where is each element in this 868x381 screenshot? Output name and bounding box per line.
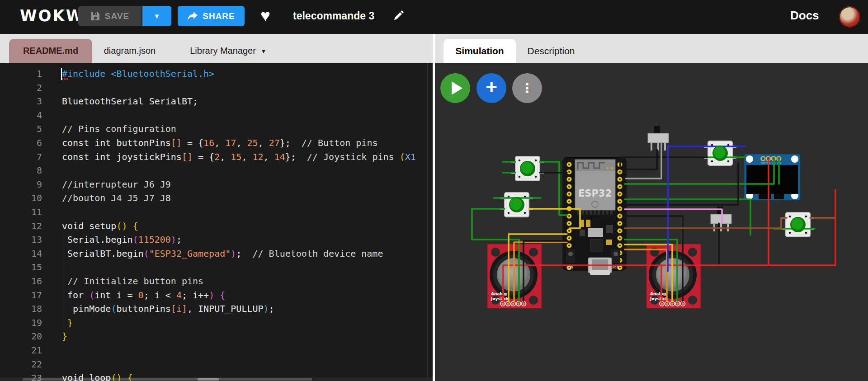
slide-switch-1[interactable] — [648, 126, 669, 151]
add-component-button[interactable]: + — [476, 73, 506, 103]
code-text: pinMode(buttonPins[i], INPUT_PULLUP); — [62, 302, 274, 316]
favorite-button[interactable]: ♥ — [260, 5, 270, 27]
code-line[interactable] — [0, 343, 433, 357]
share-label: SHARE — [203, 11, 235, 21]
svg-text:Joystick: Joystick — [650, 296, 668, 301]
code-text: BluetoothSerial SerialBT; — [62, 94, 198, 108]
save-button[interactable]: SAVE — [78, 6, 142, 26]
code-line[interactable] — [0, 357, 433, 372]
code-editor[interactable]: 1#include <BluetoothSerial.h>23Bluetooth… — [0, 63, 433, 381]
heart-icon: ♥ — [260, 6, 270, 25]
file-tab-label: diagram.json — [104, 46, 156, 56]
code-line[interactable]: Serial.begin(115200); — [0, 233, 433, 247]
code-text: } — [62, 316, 73, 330]
circuit-diagram[interactable]: AnalogJoystickAnalogJoystickESP32ENBootG… — [435, 63, 868, 381]
svg-text:Joystick: Joystick — [491, 296, 509, 301]
code-line[interactable]: //interrupteur J6 J9 — [0, 178, 433, 192]
pushbutton-cap[interactable] — [712, 146, 728, 161]
kebab-menu-icon: ⋮ — [520, 81, 534, 95]
pushbutton-cap[interactable] — [509, 197, 524, 212]
code-line[interactable]: const int joystickPins[] = {2, 15, 12, 1… — [0, 150, 433, 164]
edit-title-button[interactable] — [392, 9, 405, 23]
code-text: Serial.begin(115200); — [62, 233, 182, 247]
code-line[interactable]: } — [0, 329, 433, 343]
wire[interactable] — [626, 150, 657, 169]
code-line[interactable]: pinMode(buttonPins[i], INPUT_PULLUP); — [0, 302, 433, 316]
wire[interactable] — [626, 143, 661, 179]
wire[interactable] — [625, 218, 787, 228]
docs-link[interactable]: Docs — [790, 9, 819, 23]
save-button-group: SAVE ▼ — [78, 6, 171, 26]
esp32-label: ESP32 — [578, 188, 612, 199]
code-line[interactable]: for (int i = 0; i < 4; i++) { — [0, 288, 433, 302]
file-tab-diagram-json[interactable]: diagram.json — [97, 39, 163, 63]
play-button[interactable] — [440, 73, 470, 103]
wire[interactable] — [620, 157, 707, 166]
svg-text:Analog: Analog — [491, 292, 507, 296]
code-text: for (int i = 0; i < 4; i++) { — [62, 288, 225, 302]
code-line[interactable] — [0, 164, 433, 178]
panel-tab-strip: SimulationDescription — [435, 34, 868, 63]
code-text: void loop() { — [62, 371, 133, 381]
code-text: SerialBT.begin("ESP32_Gamepad"); // Blue… — [62, 247, 383, 261]
code-line[interactable]: const int buttonPins[] = {16, 17, 25, 27… — [0, 136, 433, 150]
panel-tab-description[interactable]: Description — [524, 39, 579, 63]
code-line[interactable]: //bouton J4 J5 J7 J8 — [0, 191, 433, 205]
code-line[interactable]: SerialBT.begin("ESP32_Gamepad"); // Blue… — [0, 247, 433, 261]
esp32-board[interactable]: ESP32ENBoot — [563, 157, 626, 275]
code-line[interactable] — [0, 108, 433, 122]
svg-text:GND: GND — [761, 162, 766, 164]
user-avatar[interactable] — [839, 6, 860, 28]
code-text: const int buttonPins[] = {16, 17, 25, 27… — [62, 136, 378, 150]
pushbutton-cap[interactable] — [520, 161, 535, 176]
project-title: telecommande 3 — [293, 10, 374, 22]
save-label: SAVE — [105, 11, 129, 21]
save-dropdown-button[interactable]: ▼ — [142, 6, 171, 26]
share-button[interactable]: SHARE — [178, 6, 245, 26]
menu-button[interactable]: ⋮ — [512, 73, 542, 103]
code-text: void setup() { — [62, 219, 138, 233]
error-squiggle — [62, 78, 68, 80]
chevron-down-icon: ▼ — [154, 12, 160, 20]
share-icon — [187, 11, 198, 21]
simulation-canvas[interactable]: AnalogJoystickAnalogJoystickESP32ENBootG… — [435, 63, 868, 381]
pushbutton-cap[interactable] — [790, 217, 806, 232]
file-tab-label: Library Manager — [190, 46, 256, 56]
code-text: // Initialize button pins — [62, 274, 203, 288]
code-line[interactable] — [0, 205, 433, 219]
code-text: #include <BluetoothSerial.h> — [62, 67, 214, 81]
joystick-module-2[interactable]: AnalogJoystick — [646, 244, 701, 308]
save-icon — [90, 11, 100, 21]
file-tab-library-manager[interactable]: Library Manager▼ — [178, 39, 279, 63]
file-tab-label: README.md — [23, 46, 78, 56]
oled-display[interactable]: GNDVCCSCLSDA — [744, 154, 800, 200]
code-line[interactable]: BluetoothSerial SerialBT; — [0, 94, 433, 108]
code-text: // Pins configuration — [62, 122, 176, 136]
code-line[interactable]: void setup() { — [0, 219, 433, 233]
code-text: } — [62, 329, 67, 343]
svg-text:Analog: Analog — [650, 292, 666, 296]
code-line[interactable]: void loop() { — [0, 371, 433, 381]
code-text: //bouton J4 J5 J7 J8 — [62, 191, 171, 205]
top-bar: WOKWi SAVE ▼ SHARE ♥ telecommande — [0, 0, 868, 34]
code-text: const int joystickPins[] = {2, 15, 12, 1… — [62, 150, 416, 164]
code-line[interactable]: // Initialize button pins — [0, 274, 433, 288]
code-line[interactable]: // Pins configuration — [0, 122, 433, 136]
file-tab-strip: README.mddiagram.jsonLibrary Manager▼ — [0, 34, 433, 63]
play-icon — [452, 81, 462, 95]
code-line[interactable]: } — [0, 316, 433, 330]
panel-tab-simulation[interactable]: Simulation — [443, 39, 516, 63]
chevron-down-icon: ▼ — [260, 47, 267, 55]
file-tab-readme-md[interactable]: README.md — [9, 39, 92, 63]
code-text: //interrupteur J6 J9 — [62, 178, 171, 192]
plus-icon: + — [486, 77, 497, 97]
code-line[interactable] — [0, 81, 433, 95]
wokwi-app: WOKWi SAVE ▼ SHARE ♥ telecommande — [0, 0, 868, 381]
pencil-icon — [392, 9, 405, 23]
code-line[interactable] — [0, 260, 433, 274]
